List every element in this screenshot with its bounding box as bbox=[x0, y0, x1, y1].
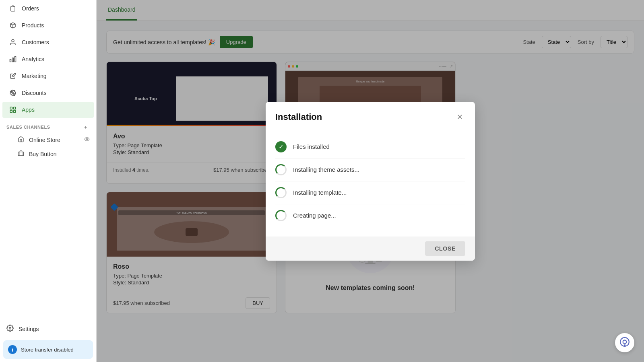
sidebar-item-orders[interactable]: Orders bbox=[2, 0, 94, 16]
check-icon: ✓ bbox=[275, 141, 287, 152]
sidebar-label-customers: Customers bbox=[22, 39, 49, 45]
svg-rect-7 bbox=[10, 111, 12, 113]
sidebar-label-products: Products bbox=[22, 22, 44, 29]
buy-button-label: Buy Button bbox=[29, 151, 57, 157]
sidebar-item-customers[interactable]: Customers bbox=[2, 34, 94, 50]
modal-overlay: Installation ✕ ✓ Files installed Install… bbox=[97, 0, 644, 362]
sidebar-item-products[interactable]: Products bbox=[2, 17, 94, 33]
add-sales-channel-button[interactable]: ＋ bbox=[82, 123, 90, 131]
online-store-icon bbox=[18, 136, 24, 144]
svg-point-9 bbox=[86, 138, 88, 140]
sidebar: Orders Products Customers Analytics Mark… bbox=[0, 0, 97, 362]
discounts-icon bbox=[9, 89, 17, 97]
step-files-icon: ✓ bbox=[275, 141, 287, 152]
step-page-icon bbox=[275, 210, 287, 221]
sidebar-item-settings[interactable]: Settings bbox=[0, 321, 96, 337]
step-files-label: Files installed bbox=[293, 143, 330, 150]
buy-button-icon bbox=[18, 150, 24, 158]
support-icon bbox=[619, 337, 630, 349]
svg-rect-10 bbox=[18, 152, 23, 156]
store-transfer-label: Store transfer disabled bbox=[21, 347, 74, 353]
svg-point-39 bbox=[624, 345, 625, 346]
svg-point-4 bbox=[13, 93, 14, 95]
step-template-label: Installing template... bbox=[293, 189, 347, 196]
sidebar-item-online-store[interactable]: Online Store bbox=[0, 133, 96, 147]
store-transfer-banner[interactable]: i Store transfer disabled bbox=[3, 340, 93, 359]
online-store-label: Online Store bbox=[29, 137, 60, 143]
svg-rect-5 bbox=[10, 107, 12, 109]
svg-rect-2 bbox=[10, 60, 11, 62]
sales-channels-section: SALES CHANNELS ＋ bbox=[0, 118, 96, 133]
customers-icon bbox=[9, 38, 17, 46]
sales-channels-label: SALES CHANNELS bbox=[6, 125, 50, 130]
install-step-files: ✓ Files installed bbox=[275, 136, 465, 158]
modal-footer: CLOSE bbox=[266, 237, 475, 261]
sidebar-item-apps[interactable]: Apps bbox=[2, 102, 94, 118]
spinner-icon-page bbox=[275, 210, 287, 221]
modal-close-button[interactable]: ✕ bbox=[454, 111, 465, 123]
sidebar-label-apps: Apps bbox=[22, 107, 35, 113]
svg-rect-8 bbox=[14, 111, 16, 113]
support-button[interactable] bbox=[615, 333, 634, 352]
modal-title: Installation bbox=[275, 112, 322, 122]
spinner-icon-assets bbox=[275, 164, 287, 175]
analytics-icon bbox=[9, 55, 17, 63]
install-step-page: Creating page... bbox=[275, 204, 465, 227]
svg-point-11 bbox=[9, 327, 11, 329]
svg-rect-6 bbox=[14, 107, 16, 109]
svg-rect-0 bbox=[15, 56, 16, 62]
modal-header: Installation ✕ bbox=[266, 102, 475, 129]
online-store-view-icon[interactable] bbox=[84, 136, 90, 143]
install-step-assets: Installing theme assets... bbox=[275, 158, 465, 181]
info-icon: i bbox=[8, 345, 17, 354]
sidebar-item-buy-button[interactable]: Buy Button bbox=[0, 147, 96, 161]
step-template-icon bbox=[275, 187, 287, 198]
settings-label: Settings bbox=[19, 326, 39, 332]
modal-close-btn[interactable]: CLOSE bbox=[425, 241, 465, 256]
install-step-template: Installing template... bbox=[275, 181, 465, 204]
modal-body: ✓ Files installed Installing theme asset… bbox=[266, 129, 475, 237]
sidebar-item-discounts[interactable]: Discounts bbox=[2, 85, 94, 101]
marketing-icon bbox=[9, 72, 17, 80]
installation-modal: Installation ✕ ✓ Files installed Install… bbox=[266, 102, 475, 261]
sidebar-label-discounts: Discounts bbox=[22, 90, 46, 96]
svg-point-3 bbox=[11, 91, 12, 93]
step-assets-icon bbox=[275, 164, 287, 175]
main-content: Dashboard Get unlimited access to all te… bbox=[97, 0, 644, 362]
sidebar-label-analytics: Analytics bbox=[22, 56, 44, 62]
step-assets-label: Installing theme assets... bbox=[293, 166, 359, 173]
sidebar-item-marketing[interactable]: Marketing bbox=[2, 68, 94, 84]
svg-rect-1 bbox=[12, 58, 14, 62]
orders-icon bbox=[9, 4, 17, 12]
apps-icon bbox=[9, 106, 17, 114]
sidebar-label-marketing: Marketing bbox=[22, 73, 46, 79]
sidebar-item-analytics[interactable]: Analytics bbox=[2, 51, 94, 67]
sidebar-label-orders: Orders bbox=[22, 5, 39, 12]
products-icon bbox=[9, 21, 17, 29]
step-page-label: Creating page... bbox=[293, 212, 336, 219]
settings-icon bbox=[6, 325, 14, 333]
spinner-icon-template bbox=[275, 187, 287, 198]
